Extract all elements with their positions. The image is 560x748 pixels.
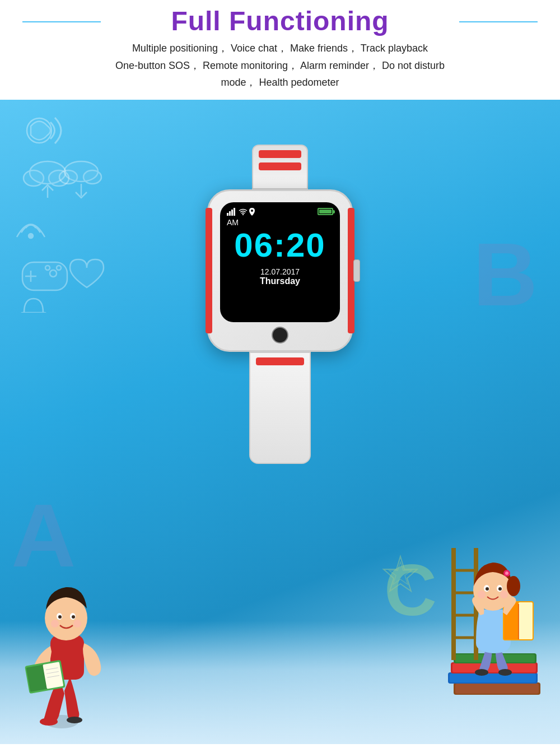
svg-point-31 — [58, 615, 62, 619]
battery-fill — [319, 210, 332, 213]
status-bar — [227, 208, 333, 216]
svg-rect-61 — [519, 602, 533, 639]
watch-time: 06:20 — [234, 227, 325, 264]
svg-point-58 — [498, 669, 512, 676]
watch-date: 12.07.2017 — [260, 267, 300, 276]
watch-screen: AM 06:20 12.07.2017 Thursday — [220, 202, 340, 322]
svg-point-6 — [59, 170, 77, 184]
decorative-icons-area — [6, 111, 118, 315]
battery-icon — [318, 208, 333, 215]
subtitle-line3: mode， Health pedometer — [22, 74, 538, 91]
svg-point-33 — [72, 615, 75, 619]
letter-b-decoration: B — [473, 223, 538, 326]
svg-point-24 — [251, 210, 253, 212]
svg-point-35 — [73, 620, 81, 628]
svg-rect-21 — [231, 210, 233, 216]
header-line-right — [459, 21, 538, 22]
kid-boy-svg — [17, 531, 134, 744]
svg-point-71 — [478, 591, 486, 598]
kid-girl-svg — [420, 520, 549, 722]
subtitle-line2: One-button SOS， Remote monitoring， Alarm… — [22, 57, 538, 75]
header-line-left — [22, 21, 101, 22]
tech-icons-svg — [6, 111, 118, 313]
band-red-stripe-2 — [259, 162, 301, 170]
kid-girl-figure — [420, 520, 549, 722]
svg-rect-20 — [229, 211, 231, 216]
svg-rect-44 — [455, 684, 539, 694]
svg-point-72 — [500, 591, 508, 598]
main-image-area: A B C — [0, 100, 560, 744]
svg-rect-19 — [227, 213, 228, 216]
svg-point-27 — [67, 717, 82, 723]
time-period: AM — [227, 218, 239, 227]
svg-rect-22 — [234, 208, 235, 216]
watch-band-top — [252, 145, 308, 189]
svg-point-66 — [505, 572, 508, 575]
svg-point-26 — [40, 718, 58, 726]
svg-rect-48 — [452, 663, 536, 672]
band-bottom-red-stripe — [256, 357, 304, 365]
svg-point-2 — [24, 170, 44, 186]
watch-day: Thursday — [260, 276, 300, 286]
subtitle-line1: Multiple positioning， Voice chat， Make f… — [22, 40, 538, 57]
svg-rect-46 — [450, 673, 536, 682]
svg-point-9 — [29, 234, 33, 238]
svg-point-23 — [242, 214, 244, 215]
smartwatch: AM 06:20 12.07.2017 Thursday — [185, 145, 375, 464]
red-strip-left — [206, 208, 212, 333]
svg-point-57 — [475, 669, 488, 676]
signal-bars-icon — [227, 208, 237, 216]
location-icon — [249, 208, 255, 216]
signal-icons — [227, 208, 255, 216]
band-red-stripe-1 — [259, 150, 301, 158]
header-section: Full Functioning Multiple positioning， V… — [0, 0, 560, 100]
kid-boy-figure — [17, 531, 134, 744]
svg-point-70 — [498, 587, 502, 591]
svg-point-68 — [486, 587, 489, 591]
side-button — [353, 259, 360, 282]
star-decoration — [378, 554, 423, 598]
svg-point-7 — [83, 170, 101, 184]
watch-body: AM 06:20 12.07.2017 Thursday — [207, 189, 353, 352]
svg-point-34 — [51, 620, 59, 628]
svg-rect-50 — [455, 654, 535, 662]
watch-band-bottom — [249, 352, 311, 464]
wifi-icon — [239, 208, 248, 215]
home-button — [272, 327, 288, 343]
svg-point-64 — [507, 576, 520, 596]
